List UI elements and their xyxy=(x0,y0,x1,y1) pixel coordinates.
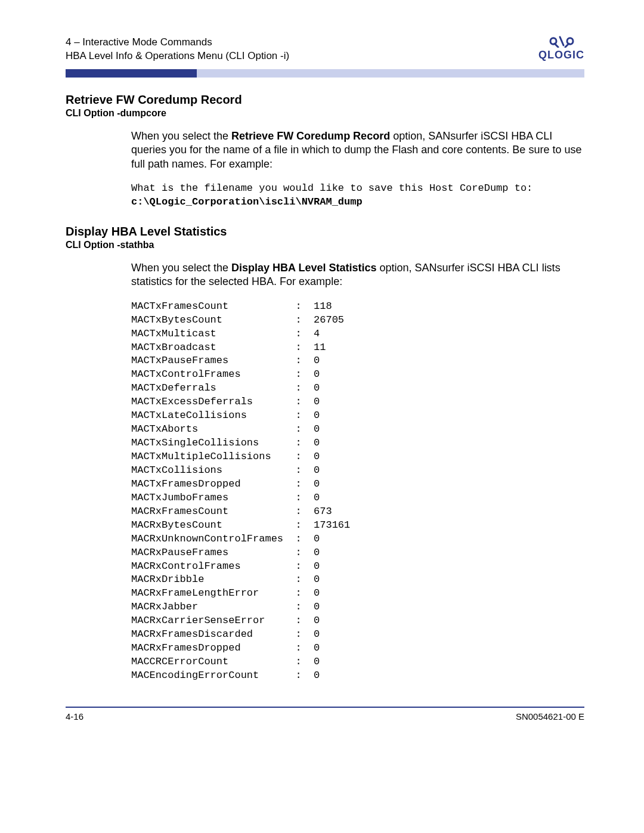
stat-row: MACTxDeferrals : 0 xyxy=(131,382,584,395)
stat-row: MACEncodingErrorCount : 0 xyxy=(131,669,584,683)
stat-row: MACRxControlFrames : 0 xyxy=(131,560,584,574)
stat-row: MACRxFramesDiscarded : 0 xyxy=(131,628,584,642)
stat-row: MACTxMultipleCollisions : 0 xyxy=(131,450,584,464)
stat-row: MACRxPauseFrames : 0 xyxy=(131,546,584,560)
coredump-text-bold: Retrieve FW Coredump Record xyxy=(231,130,390,142)
stat-row: MACTxCollisions : 0 xyxy=(131,464,584,478)
doc-number: SN0054621-00 E xyxy=(516,711,584,721)
stats-paragraph: When you select the Display HBA Level St… xyxy=(131,261,584,289)
page-header: 4 – Interactive Mode Commands HBA Level … xyxy=(66,36,584,63)
stat-row: MACTxSingleCollisions : 0 xyxy=(131,436,584,450)
page-number: 4-16 xyxy=(66,711,83,721)
stats-text-bold: Display HBA Level Statistics xyxy=(231,262,376,274)
stat-row: MACTxBroadcast : 11 xyxy=(131,341,584,355)
stat-row: MACRxJabber : 0 xyxy=(131,600,584,614)
section-heading-coredump: Retrieve FW Coredump Record xyxy=(66,93,584,107)
header-section: HBA Level Info & Operations Menu (CLI Op… xyxy=(66,49,289,63)
stat-row: MACRxFrameLengthError : 0 xyxy=(131,587,584,600)
stat-row: MACTxFramesDropped : 0 xyxy=(131,478,584,491)
stat-row: MACTxExcessDeferrals : 0 xyxy=(131,395,584,409)
page-footer: 4-16 SN0054621-00 E xyxy=(66,707,584,721)
coredump-paragraph: When you select the Retrieve FW Coredump… xyxy=(131,129,584,171)
stat-row: MACTxAborts : 0 xyxy=(131,423,584,436)
stat-row: MACCRCErrorCount : 0 xyxy=(131,655,584,669)
stats-text-pre: When you select the xyxy=(131,262,231,274)
stat-row: MACRxBytesCount : 173161 xyxy=(131,519,584,532)
stat-row: MACTxLateCollisions : 0 xyxy=(131,409,584,423)
stat-row: MACTxBytesCount : 26705 xyxy=(131,314,584,327)
stat-row: MACTxControlFrames : 0 xyxy=(131,368,584,382)
cli-option-stathba: CLI Option -stathba xyxy=(66,240,584,250)
stat-row: MACRxDribble : 0 xyxy=(131,573,584,587)
qlogic-glyph-icon xyxy=(548,35,575,48)
stat-row: MACTxJumboFrames : 0 xyxy=(131,491,584,505)
coredump-example-line1: What is the filename you would like to s… xyxy=(131,182,584,196)
stat-row: MACTxPauseFrames : 0 xyxy=(131,354,584,368)
stat-row: MACRxCarrierSenseError : 0 xyxy=(131,614,584,628)
section-heading-stats: Display HBA Level Statistics xyxy=(66,225,584,239)
stat-row: MACTxMulticast : 4 xyxy=(131,327,584,341)
header-rule xyxy=(66,69,584,78)
coredump-example-line2: c:\QLogic_Corporation\iscli\NVRAM_dump xyxy=(131,196,584,209)
stats-output-block: MACTxFramesCount : 118MACTxBytesCount : … xyxy=(131,300,584,683)
header-text-block: 4 – Interactive Mode Commands HBA Level … xyxy=(66,36,289,63)
stat-row: MACRxUnknownControlFrames : 0 xyxy=(131,532,584,546)
header-chapter: 4 – Interactive Mode Commands xyxy=(66,36,289,49)
coredump-text-pre: When you select the xyxy=(131,130,231,142)
cli-option-dumpcore: CLI Option -dumpcore xyxy=(66,108,584,119)
brand-logo: QLOGIC xyxy=(538,35,584,61)
stat-row: MACRxFramesCount : 673 xyxy=(131,505,584,519)
stat-row: MACTxFramesCount : 118 xyxy=(131,300,584,314)
brand-name: QLOGIC xyxy=(538,49,584,61)
stat-row: MACRxFramesDropped : 0 xyxy=(131,642,584,655)
